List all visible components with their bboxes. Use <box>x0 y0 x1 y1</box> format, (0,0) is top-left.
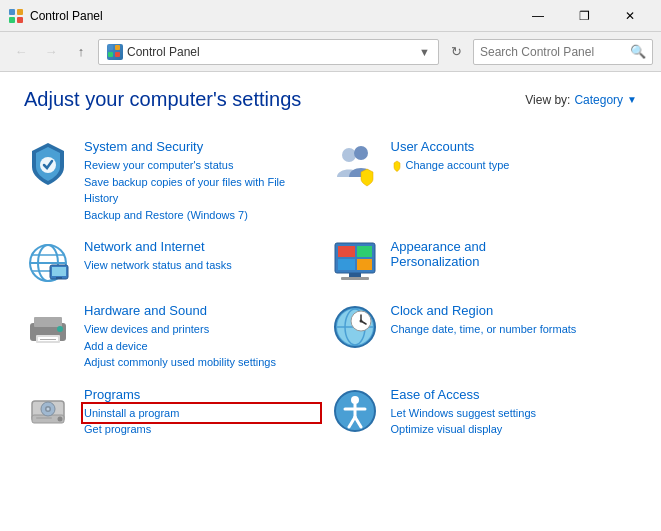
title-bar: Control Panel — ❐ ✕ <box>0 0 661 32</box>
hardware-sound-link-2[interactable]: Add a device <box>84 338 319 355</box>
ease-access-link-1[interactable]: Let Windows suggest settings <box>391 405 626 422</box>
category-system-security: System and Security Review your computer… <box>24 131 331 231</box>
user-accounts-icon <box>331 139 379 187</box>
appearance-title[interactable]: Appearance andPersonalization <box>391 239 626 269</box>
svg-rect-21 <box>357 246 372 257</box>
svg-point-42 <box>58 416 63 421</box>
svg-point-10 <box>354 146 368 160</box>
view-by-label: View by: <box>525 93 570 107</box>
svg-rect-23 <box>357 259 372 270</box>
system-security-link-1[interactable]: Review your computer's status <box>84 157 319 174</box>
programs-link-1[interactable]: Uninstall a program <box>84 405 319 422</box>
ease-access-title[interactable]: Ease of Access <box>391 387 626 402</box>
svg-rect-22 <box>338 259 355 270</box>
up-button[interactable]: ↑ <box>68 39 94 65</box>
user-accounts-text: User Accounts Change account type <box>391 139 626 174</box>
refresh-button[interactable]: ↻ <box>443 39 469 65</box>
appearance-icon <box>331 239 379 287</box>
svg-rect-6 <box>108 52 113 57</box>
programs-link-2[interactable]: Get programs <box>84 421 319 438</box>
svg-rect-24 <box>349 273 361 277</box>
search-box[interactable]: 🔍 <box>473 39 653 65</box>
svg-rect-25 <box>341 277 369 280</box>
network-internet-icon <box>24 239 72 287</box>
category-clock-region: Clock and Region Change date, time, or n… <box>331 295 638 379</box>
category-hardware-sound: Hardware and Sound View devices and prin… <box>24 295 331 379</box>
clock-region-link-1[interactable]: Change date, time, or number formats <box>391 321 626 338</box>
title-bar-icon <box>8 8 24 24</box>
category-network-internet: Network and Internet View network status… <box>24 231 331 295</box>
category-appearance: Appearance andPersonalization <box>331 231 638 295</box>
page-title: Adjust your computer's settings <box>24 88 301 111</box>
address-path-icon <box>107 44 123 60</box>
close-button[interactable]: ✕ <box>607 0 653 32</box>
view-by-control: View by: Category ▼ <box>525 93 637 107</box>
search-icon: 🔍 <box>630 44 646 59</box>
category-ease-access: Ease of Access Let Windows suggest setti… <box>331 379 638 446</box>
svg-rect-31 <box>40 339 56 340</box>
window-controls: — ❐ ✕ <box>515 0 653 32</box>
system-security-link-2[interactable]: Save backup copies of your files with Fi… <box>84 174 319 207</box>
ease-access-icon <box>331 387 379 435</box>
svg-rect-4 <box>108 45 113 50</box>
hardware-sound-icon <box>24 303 72 351</box>
system-security-link-3[interactable]: Backup and Restore (Windows 7) <box>84 207 319 224</box>
forward-button[interactable]: → <box>38 39 64 65</box>
ease-access-text: Ease of Access Let Windows suggest setti… <box>391 387 626 438</box>
svg-rect-0 <box>9 9 15 15</box>
maximize-button[interactable]: ❐ <box>561 0 607 32</box>
hardware-sound-link-1[interactable]: View devices and printers <box>84 321 319 338</box>
network-internet-text: Network and Internet View network status… <box>84 239 319 274</box>
address-chevron-icon[interactable]: ▼ <box>419 46 430 58</box>
programs-icon <box>24 387 72 435</box>
ease-access-link-2[interactable]: Optimize visual display <box>391 421 626 438</box>
category-programs: Programs Uninstall a program Get program… <box>24 379 331 446</box>
programs-text: Programs Uninstall a program Get program… <box>84 387 319 438</box>
back-button[interactable]: ← <box>8 39 34 65</box>
view-by-chevron-icon[interactable]: ▼ <box>627 94 637 105</box>
svg-rect-17 <box>52 267 66 276</box>
svg-rect-5 <box>115 45 120 50</box>
network-internet-link-1[interactable]: View network status and tasks <box>84 257 319 274</box>
svg-rect-3 <box>17 17 23 23</box>
view-by-value[interactable]: Category <box>574 93 623 107</box>
minimize-button[interactable]: — <box>515 0 561 32</box>
clock-region-title[interactable]: Clock and Region <box>391 303 626 318</box>
user-accounts-link-1[interactable]: Change account type <box>391 157 626 174</box>
title-bar-title: Control Panel <box>30 9 515 23</box>
svg-rect-7 <box>115 52 120 57</box>
svg-rect-43 <box>36 417 52 419</box>
svg-rect-27 <box>34 317 62 327</box>
clock-region-text: Clock and Region Change date, time, or n… <box>391 303 626 338</box>
svg-point-39 <box>359 320 362 323</box>
address-path-text: Control Panel <box>127 45 415 59</box>
appearance-text: Appearance andPersonalization <box>391 239 626 272</box>
hardware-sound-link-3[interactable]: Adjust commonly used mobility settings <box>84 354 319 371</box>
svg-point-9 <box>342 148 356 162</box>
svg-rect-20 <box>338 246 355 257</box>
clock-region-icon <box>331 303 379 351</box>
search-input[interactable] <box>480 45 630 59</box>
hardware-sound-title[interactable]: Hardware and Sound <box>84 303 319 318</box>
svg-rect-1 <box>17 9 23 15</box>
system-security-text: System and Security Review your computer… <box>84 139 319 223</box>
svg-point-30 <box>57 326 63 332</box>
network-internet-title[interactable]: Network and Internet <box>84 239 319 254</box>
categories-grid: System and Security Review your computer… <box>24 131 637 446</box>
page-header: Adjust your computer's settings View by:… <box>24 88 637 111</box>
svg-rect-2 <box>9 17 15 23</box>
address-path[interactable]: Control Panel ▼ <box>98 39 439 65</box>
svg-point-46 <box>47 407 50 410</box>
user-accounts-title[interactable]: User Accounts <box>391 139 626 154</box>
system-security-icon <box>24 139 72 187</box>
programs-title[interactable]: Programs <box>84 387 319 402</box>
main-content: Adjust your computer's settings View by:… <box>0 72 661 462</box>
category-user-accounts: User Accounts Change account type <box>331 131 638 231</box>
system-security-title[interactable]: System and Security <box>84 139 319 154</box>
address-bar: ← → ↑ Control Panel ▼ ↻ 🔍 <box>0 32 661 72</box>
hardware-sound-text: Hardware and Sound View devices and prin… <box>84 303 319 371</box>
svg-rect-18 <box>56 277 62 279</box>
